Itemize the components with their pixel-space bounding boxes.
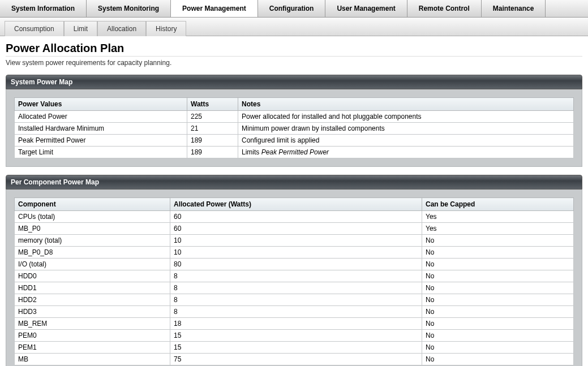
subtab-limit[interactable]: Limit bbox=[64, 21, 97, 36]
cell-watts: 189 bbox=[187, 135, 238, 147]
cell-notes: Power allocated for installed and hot pl… bbox=[238, 111, 574, 123]
table-row: MB_P0 60 Yes bbox=[15, 223, 574, 235]
panel-header-per-component: Per Component Power Map bbox=[6, 175, 582, 190]
cell-watts: 75 bbox=[170, 354, 422, 365]
table-row: HDD3 8 No bbox=[15, 306, 574, 318]
cell-capped: No bbox=[422, 235, 574, 247]
cell-watts: 8 bbox=[170, 270, 422, 282]
sub-tabs: Consumption Limit Allocation History bbox=[0, 18, 588, 36]
table-header-row: Power Values Watts Notes bbox=[15, 98, 574, 111]
cell-component: I/O (total) bbox=[15, 259, 170, 270]
cell-notes: Minimum power drawn by installed compone… bbox=[238, 123, 574, 135]
subtab-history[interactable]: History bbox=[146, 21, 186, 36]
col-power-values: Power Values bbox=[15, 98, 187, 111]
tab-remote-control[interactable]: Remote Control bbox=[407, 0, 482, 17]
table-row: HDD2 8 No bbox=[15, 294, 574, 306]
tab-system-monitoring[interactable]: System Monitoring bbox=[87, 0, 171, 17]
table-row: PEM0 15 No bbox=[15, 330, 574, 342]
tab-user-management[interactable]: User Management bbox=[325, 0, 407, 17]
cell-notes: Limits Peak Permitted Power bbox=[238, 147, 574, 158]
cell-capped: No bbox=[422, 306, 574, 318]
cell-capped: No bbox=[422, 247, 574, 259]
table-row: Installed Hardware Minimum 21 Minimum po… bbox=[15, 123, 574, 135]
col-notes: Notes bbox=[238, 98, 574, 111]
cell-watts: 18 bbox=[170, 318, 422, 330]
table-row: I/O (total) 80 No bbox=[15, 259, 574, 270]
cell-label: Target Limit bbox=[15, 147, 187, 158]
cell-watts: 225 bbox=[187, 111, 238, 123]
cell-capped: Yes bbox=[422, 211, 574, 223]
cell-capped: No bbox=[422, 330, 574, 342]
col-can-be-capped: Can be Capped bbox=[422, 198, 574, 211]
table-header-row: Component Allocated Power (Watts) Can be… bbox=[15, 198, 574, 211]
table-row: memory (total) 10 No bbox=[15, 235, 574, 247]
table-row: Target Limit 189 Limits Peak Permitted P… bbox=[15, 147, 574, 158]
cell-component: PEM1 bbox=[15, 342, 170, 354]
tab-configuration[interactable]: Configuration bbox=[258, 0, 326, 17]
page-title: Power Allocation Plan bbox=[6, 42, 582, 57]
cell-watts: 10 bbox=[170, 235, 422, 247]
table-row: CPUs (total) 60 Yes bbox=[15, 211, 574, 223]
table-row: Allocated Power 225 Power allocated for … bbox=[15, 111, 574, 123]
page-subtitle: View system power requirements for capac… bbox=[6, 59, 582, 67]
cell-capped: No bbox=[422, 259, 574, 270]
table-row: Peak Permitted Power 189 Configured limi… bbox=[15, 135, 574, 147]
cell-watts: 80 bbox=[170, 259, 422, 270]
cell-component: MB_P0_D8 bbox=[15, 247, 170, 259]
cell-component: PEM0 bbox=[15, 330, 170, 342]
tab-maintenance[interactable]: Maintenance bbox=[482, 0, 546, 17]
table-row: MB_P0_D8 10 No bbox=[15, 247, 574, 259]
cell-watts: 189 bbox=[187, 147, 238, 158]
cell-component: HDD0 bbox=[15, 270, 170, 282]
cell-watts: 10 bbox=[170, 247, 422, 259]
table-row: HDD1 8 No bbox=[15, 282, 574, 294]
table-row: MB_REM 18 No bbox=[15, 318, 574, 330]
table-row: MB 75 No bbox=[15, 354, 574, 365]
tab-power-management[interactable]: Power Management bbox=[171, 0, 258, 17]
cell-component: HDD1 bbox=[15, 282, 170, 294]
cell-component: MB_REM bbox=[15, 318, 170, 330]
table-system-power-map: Power Values Watts Notes Allocated Power… bbox=[14, 97, 574, 158]
cell-capped: No bbox=[422, 318, 574, 330]
cell-capped: No bbox=[422, 342, 574, 354]
cell-component: HDD2 bbox=[15, 294, 170, 306]
cell-label: Allocated Power bbox=[15, 111, 187, 123]
cell-label: Installed Hardware Minimum bbox=[15, 123, 187, 135]
cell-watts: 60 bbox=[170, 211, 422, 223]
cell-capped: Yes bbox=[422, 223, 574, 235]
cell-capped: No bbox=[422, 282, 574, 294]
cell-component: MB bbox=[15, 354, 170, 365]
cell-watts: 15 bbox=[170, 330, 422, 342]
col-watts: Watts bbox=[187, 98, 238, 111]
cell-watts: 15 bbox=[170, 342, 422, 354]
col-component: Component bbox=[15, 198, 170, 211]
col-allocated-power: Allocated Power (Watts) bbox=[170, 198, 422, 211]
subtab-consumption[interactable]: Consumption bbox=[5, 21, 64, 36]
cell-label: Peak Permitted Power bbox=[15, 135, 187, 147]
panel-system-power-map: System Power Map Power Values Watts Note… bbox=[6, 75, 582, 167]
tab-system-information[interactable]: System Information bbox=[0, 0, 87, 17]
cell-component: CPUs (total) bbox=[15, 211, 170, 223]
cell-notes: Configured limit is applied bbox=[238, 135, 574, 147]
cell-capped: No bbox=[422, 294, 574, 306]
cell-component: memory (total) bbox=[15, 235, 170, 247]
table-row: PEM1 15 No bbox=[15, 342, 574, 354]
cell-watts: 21 bbox=[187, 123, 238, 135]
main-tabs: System Information System Monitoring Pow… bbox=[0, 0, 588, 18]
panel-per-component-power-map: Per Component Power Map Component Alloca… bbox=[6, 175, 582, 366]
cell-capped: No bbox=[422, 354, 574, 365]
cell-capped: No bbox=[422, 270, 574, 282]
cell-watts: 8 bbox=[170, 282, 422, 294]
subtab-allocation[interactable]: Allocation bbox=[97, 21, 146, 36]
cell-watts: 8 bbox=[170, 306, 422, 318]
cell-watts: 60 bbox=[170, 223, 422, 235]
cell-component: HDD3 bbox=[15, 306, 170, 318]
cell-component: MB_P0 bbox=[15, 223, 170, 235]
cell-watts: 8 bbox=[170, 294, 422, 306]
panel-header-system-power-map: System Power Map bbox=[6, 75, 582, 89]
table-per-component: Component Allocated Power (Watts) Can be… bbox=[14, 197, 574, 365]
table-row: HDD0 8 No bbox=[15, 270, 574, 282]
